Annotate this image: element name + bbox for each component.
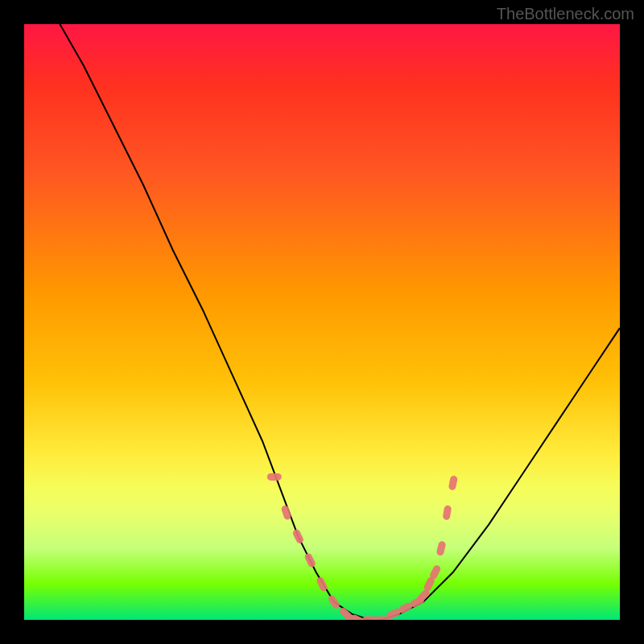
marker-dot [303,552,316,568]
marker-dot [442,505,452,520]
marker-dot [386,608,402,620]
marker-dot [316,576,328,592]
chart-svg [24,24,620,620]
marker-dot [267,473,282,481]
marker-dot [398,601,414,614]
marker-dot [374,617,389,621]
marker-dot [415,588,431,604]
marker-dot [429,564,442,580]
marker-dot [280,505,291,521]
marker-dot [448,475,458,490]
chart-container: TheBottleneck.com [0,0,644,644]
marker-dot [349,613,365,620]
watermark-text: TheBottleneck.com [497,5,634,23]
marker-dot [362,617,377,621]
marker-dot [409,596,425,609]
bottleneck-curve [60,24,620,620]
marker-dot [423,576,436,592]
marker-dot [338,606,353,620]
marker-dot [327,594,341,610]
marker-dot [291,528,304,544]
highlight-markers [267,473,458,620]
marker-dot [436,540,446,556]
plot-area [24,24,620,620]
